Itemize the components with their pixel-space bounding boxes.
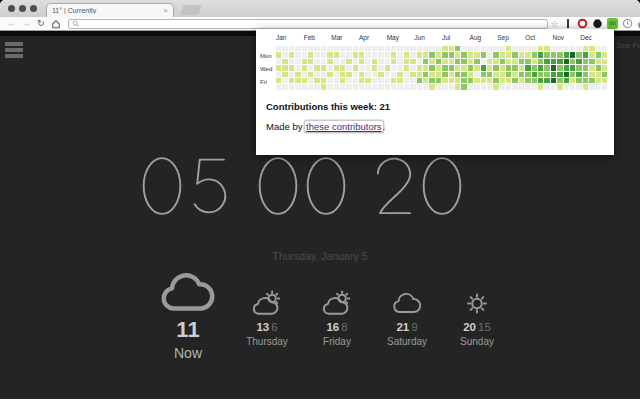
clock-extension-icon[interactable] (622, 18, 633, 29)
heatmap-cell (487, 59, 492, 64)
heatmap-cell (417, 65, 422, 70)
heatmap-cell (423, 46, 428, 51)
heatmap-cell (365, 72, 370, 77)
menu-icon[interactable] (5, 42, 23, 60)
heatmap-cell (397, 59, 402, 64)
heatmap-cell (436, 78, 441, 83)
heatmap-cell (525, 65, 530, 70)
hand-extension-icon[interactable] (637, 18, 640, 29)
extension-generic-icon[interactable] (563, 19, 573, 28)
heatmap-cell (359, 52, 364, 57)
heatmap-cell (506, 46, 511, 51)
back-icon[interactable]: ← (7, 19, 16, 28)
browser-tab[interactable]: 11° | Currently × (46, 3, 174, 17)
heatmap-cell (276, 78, 281, 83)
heatmap-cell (436, 65, 441, 70)
heatmap-cell (308, 46, 313, 51)
heatmap-cell (455, 84, 460, 89)
heatmap-cell (596, 52, 601, 57)
heatmap-cell (500, 65, 505, 70)
heatmap-cell (500, 52, 505, 57)
heatmap-cell (506, 72, 511, 77)
contributions-summary: Contributions this week: 21 (266, 101, 390, 112)
heatmap-cell (468, 84, 473, 89)
heatmap-cell (551, 78, 556, 83)
heatmap-cell (353, 46, 358, 51)
heatmap-cell (442, 84, 447, 89)
heatmap-cell (404, 72, 409, 77)
heatmap-cell (365, 46, 370, 51)
reload-icon[interactable]: ↻ (37, 19, 45, 28)
heatmap-cell (314, 46, 319, 51)
heatmap-cell (468, 72, 473, 77)
heatmap-cell (576, 52, 581, 57)
forecast-high: 13 (256, 321, 269, 333)
heatmap-cell (423, 65, 428, 70)
heatmap-cell (512, 65, 517, 70)
heatmap-cell (474, 78, 479, 83)
heatmap-cell (289, 59, 294, 64)
heatmap-cell (506, 52, 511, 57)
heatmap-cell (449, 59, 454, 64)
heatmap-cell (429, 52, 434, 57)
heatmap-cell (461, 84, 466, 89)
heatmap-cell (417, 52, 422, 57)
heatmap-cell (544, 72, 549, 77)
heatmap-cell (532, 59, 537, 64)
heatmap-cell (423, 84, 428, 89)
close-window-icon[interactable] (8, 5, 15, 12)
heatmap-cell (602, 65, 607, 70)
heatmap-cell (417, 78, 422, 83)
contributors-link[interactable]: these contributors (305, 121, 383, 132)
heatmap-cell (461, 52, 466, 57)
heatmap-cell (461, 65, 466, 70)
heatmap-cell (576, 46, 581, 51)
tab-close-icon[interactable]: × (163, 7, 168, 15)
heatmap-cell (359, 72, 364, 77)
heatmap-cell (302, 65, 307, 70)
heatmap-cell (583, 72, 588, 77)
heatmap-cell (538, 52, 543, 57)
github-octocat-icon[interactable] (592, 18, 603, 29)
heatmap-cell (436, 59, 441, 64)
heatmap-cell (397, 52, 402, 57)
heatmap-cell (449, 65, 454, 70)
heatmap-cell (308, 59, 313, 64)
heatmap-cell (474, 65, 479, 70)
heatmap-cell (346, 72, 351, 77)
heatmap-cell (487, 78, 492, 83)
heatmap-cell (346, 59, 351, 64)
forward-icon[interactable]: → (22, 19, 31, 28)
heatmap-cell (378, 72, 383, 77)
heatmap-cell (378, 84, 383, 89)
heatmap-cell (468, 65, 473, 70)
forecast-high: 16 (326, 321, 339, 333)
zoom-window-icon[interactable] (30, 5, 37, 12)
heatmap-cell (602, 78, 607, 83)
new-tab-button[interactable] (180, 5, 201, 15)
heatmap-cell (410, 46, 415, 51)
heatmap-cell (417, 84, 422, 89)
heatmap-cell (282, 72, 287, 77)
see-forecast-link[interactable]: See Forecast (616, 41, 640, 50)
heatmap-cell (385, 72, 390, 77)
heatmap-cell (583, 59, 588, 64)
home-icon[interactable] (51, 19, 61, 29)
extension-red-o-icon[interactable] (577, 18, 588, 29)
heatmap-cell (596, 78, 601, 83)
heatmap-cell (532, 84, 537, 89)
heatmap-cell (506, 84, 511, 89)
address-bar[interactable] (68, 19, 548, 29)
heatmap-cell (302, 72, 307, 77)
cloud-icon (157, 271, 219, 315)
heatmap-cell (519, 84, 524, 89)
heatmap-cell (551, 84, 556, 89)
heatmap-cell (353, 59, 358, 64)
contributions-extension-icon[interactable] (607, 18, 618, 29)
heatmap-cell (500, 59, 505, 64)
minimize-window-icon[interactable] (19, 5, 26, 12)
heatmap-cell (570, 78, 575, 83)
heatmap-cell (314, 59, 319, 64)
heatmap-cell (276, 72, 281, 77)
bookmark-star-icon[interactable]: ☆ (551, 19, 559, 29)
